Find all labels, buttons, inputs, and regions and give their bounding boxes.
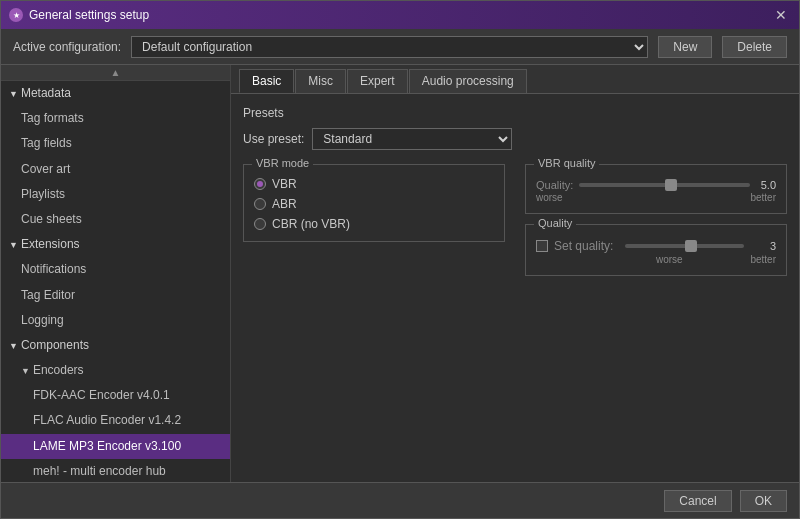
radio-abr-label: ABR — [272, 197, 297, 211]
sidebar-item-tag-formats[interactable]: Tag formats — [1, 106, 230, 131]
vbr-better-label: better — [750, 192, 776, 203]
sidebar-item-playlists[interactable]: Playlists — [1, 182, 230, 207]
settings-panel: Presets Use preset: Standard Extreme Ins… — [231, 94, 799, 482]
tab-basic[interactable]: Basic — [239, 69, 294, 93]
radio-vbr[interactable]: VBR — [254, 177, 494, 191]
sidebar-item-lame-mp3[interactable]: LAME MP3 Encoder v3.100 — [1, 434, 230, 459]
quality-better-label: better — [750, 254, 776, 265]
delete-button[interactable]: Delete — [722, 36, 787, 58]
new-button[interactable]: New — [658, 36, 712, 58]
expand-icon: ▼ — [9, 87, 18, 101]
vbr-quality-title: VBR quality — [534, 157, 599, 169]
vbr-quality-thumb[interactable] — [665, 179, 677, 191]
quality-slider-labels: worse better — [536, 254, 776, 265]
quality-worse-label: worse — [656, 254, 683, 265]
config-select[interactable]: Default configuration — [131, 36, 648, 58]
vbr-quality-group: VBR quality Quality: 5.0 — [525, 164, 787, 214]
vbr-mode-group: VBR mode VBR ABR — [243, 164, 505, 242]
expand-icon: ▼ — [9, 238, 18, 252]
main-area: ▲ ▼Metadata Tag formats Tag fields Cover… — [1, 65, 799, 482]
set-quality-checkbox-row: Set quality: 3 — [536, 239, 776, 253]
sidebar-item-cover-art[interactable]: Cover art — [1, 157, 230, 182]
window-title: General settings setup — [29, 8, 149, 22]
vbr-radio-group: VBR ABR CBR (no VBR) — [254, 177, 494, 231]
radio-cbr[interactable]: CBR (no VBR) — [254, 217, 494, 231]
sidebar-item-meh[interactable]: meh! - multi encoder hub — [1, 459, 230, 482]
quality-thumb[interactable] — [685, 240, 697, 252]
sidebar-item-tag-fields[interactable]: Tag fields — [1, 131, 230, 156]
quality-track[interactable] — [625, 244, 744, 248]
title-bar-left: ★ General settings setup — [9, 8, 149, 22]
preset-select[interactable]: Standard Extreme Insane Custom — [312, 128, 512, 150]
sidebar-item-metadata[interactable]: ▼Metadata — [1, 81, 230, 106]
sidebar: ▲ ▼Metadata Tag formats Tag fields Cover… — [1, 65, 231, 482]
vbr-quality-track[interactable] — [579, 183, 750, 187]
radio-abr[interactable]: ABR — [254, 197, 494, 211]
radio-cbr-circle — [254, 218, 266, 230]
quality-group: Quality Set quality: 3 worse — [525, 224, 787, 276]
radio-vbr-label: VBR — [272, 177, 297, 191]
quality-value: 3 — [756, 240, 776, 252]
bottom-bar: Cancel OK — [1, 482, 799, 518]
set-quality-checkbox[interactable] — [536, 240, 548, 252]
cancel-button[interactable]: Cancel — [664, 490, 731, 512]
ok-button[interactable]: OK — [740, 490, 787, 512]
set-quality-label: Set quality: — [554, 239, 613, 253]
expand-icon: ▼ — [21, 364, 30, 378]
config-bar: Active configuration: Default configurat… — [1, 29, 799, 65]
quality-col: VBR quality Quality: 5.0 — [525, 164, 787, 286]
tab-audio-processing[interactable]: Audio processing — [409, 69, 527, 93]
active-config-label: Active configuration: — [13, 40, 121, 54]
sidebar-item-flac[interactable]: FLAC Audio Encoder v1.4.2 — [1, 408, 230, 433]
vbr-quality-slider-row: Quality: 5.0 — [536, 179, 776, 191]
quality-label: Quality: — [536, 179, 573, 191]
tab-bar: Basic Misc Expert Audio processing — [231, 65, 799, 94]
sidebar-item-encoders[interactable]: ▼Encoders — [1, 358, 230, 383]
vbr-quality-value: 5.0 — [756, 179, 776, 191]
app-icon: ★ — [9, 8, 23, 22]
sidebar-item-fdk-aac[interactable]: FDK-AAC Encoder v4.0.1 — [1, 383, 230, 408]
radio-cbr-label: CBR (no VBR) — [272, 217, 350, 231]
radio-abr-circle — [254, 198, 266, 210]
sidebar-item-components[interactable]: ▼Components — [1, 333, 230, 358]
vbr-quality-content: Quality: 5.0 worse better — [536, 179, 776, 203]
sidebar-item-tag-editor[interactable]: Tag Editor — [1, 283, 230, 308]
vbr-mode-col: VBR mode VBR ABR — [243, 164, 505, 286]
close-button[interactable]: ✕ — [771, 5, 791, 25]
sidebar-item-logging[interactable]: Logging — [1, 308, 230, 333]
vbr-mode-label: VBR mode — [252, 157, 313, 169]
expand-icon: ▼ — [9, 339, 18, 353]
use-preset-label: Use preset: — [243, 132, 304, 146]
settings-grid: VBR mode VBR ABR — [243, 164, 787, 286]
main-window: ★ General settings setup ✕ Active config… — [0, 0, 800, 519]
quality-title: Quality — [534, 217, 576, 229]
tab-expert[interactable]: Expert — [347, 69, 408, 93]
vbr-worse-label: worse — [536, 192, 563, 203]
sidebar-item-notifications[interactable]: Notifications — [1, 257, 230, 282]
sidebar-item-extensions[interactable]: ▼Extensions — [1, 232, 230, 257]
tab-misc[interactable]: Misc — [295, 69, 346, 93]
sidebar-scroll-up[interactable]: ▲ — [1, 65, 230, 81]
sidebar-item-cue-sheets[interactable]: Cue sheets — [1, 207, 230, 232]
content-area: Basic Misc Expert Audio processing Prese… — [231, 65, 799, 482]
vbr-quality-labels: worse better — [536, 192, 776, 203]
presets-title: Presets — [243, 106, 787, 120]
title-bar: ★ General settings setup ✕ — [1, 1, 799, 29]
radio-vbr-circle — [254, 178, 266, 190]
preset-row: Use preset: Standard Extreme Insane Cust… — [243, 128, 787, 150]
